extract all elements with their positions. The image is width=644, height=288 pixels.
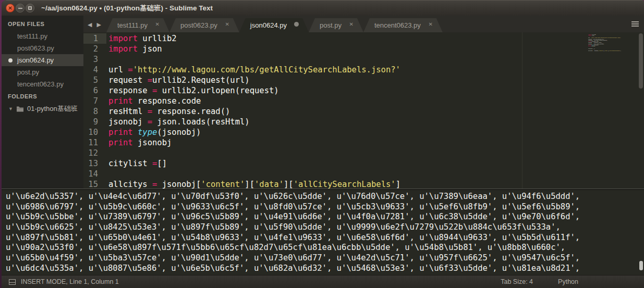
tab-bar: ◀ ▶ test111.py✕post0623.py✕json0624.py✕p…	[83, 16, 644, 32]
maximize-glyph	[28, 6, 32, 10]
code-token: request	[108, 76, 148, 85]
code-line-11: print jsonobj	[108, 137, 634, 148]
tab-label: json0624.py	[250, 21, 287, 29]
minimize-window-icon[interactable]	[16, 4, 25, 12]
syntax-status[interactable]: Python	[558, 278, 578, 285]
tab-close-icon[interactable]: ✕	[225, 21, 229, 27]
folders-header: FOLDERS	[2, 90, 83, 103]
code-token: jsonobj	[133, 138, 172, 147]
line-number: 3	[83, 54, 106, 65]
sidebar-file-label: test111.py	[17, 32, 47, 40]
code-token: json	[591, 35, 594, 36]
editor-column: ◀ ▶ test111.py✕post0623.py✕json0624.py✕p…	[83, 16, 644, 189]
status-right: Tab Size: 4 Python	[501, 278, 644, 285]
code-line-14	[108, 169, 634, 179]
tab-close-icon[interactable]: ✕	[428, 21, 432, 27]
code-token: print	[108, 96, 133, 106]
code-token: 'data'	[254, 180, 284, 189]
line-number: 9	[83, 117, 106, 127]
cursor-position-status: INSERT MODE, Line 1, Column 1	[21, 278, 119, 285]
window-controls: ✕	[2, 4, 34, 12]
line-number: 10	[83, 127, 106, 137]
tab-size-status[interactable]: Tab Size: 4	[501, 278, 533, 285]
folder-name: 01-python基础班	[27, 104, 78, 114]
minimap[interactable]: import urllib2import jsonurl ='http://ww…	[588, 34, 626, 52]
line-number: 8	[83, 106, 106, 117]
console-line: u'\u897f\u5b81', u'\u65b0\u4e61', u'\u54…	[6, 233, 644, 243]
line-number: 1	[83, 33, 106, 44]
editor-scrollbar[interactable]	[639, 33, 643, 89]
code-token: import	[108, 44, 138, 54]
console-line: u'\u90a2\u53f0', u'\u6e58\u897f\u571f\u5…	[6, 243, 644, 253]
title-bar[interactable]: ✕ ~/aa/json0624.py • (01-python基础班) - Su…	[2, 0, 644, 16]
line-number: 11	[83, 137, 106, 148]
overflow-menu-icon[interactable]	[631, 21, 639, 27]
code-token: jsonobj	[591, 46, 595, 47]
sidebar-file-test111.py[interactable]: test111.py	[2, 30, 83, 42]
tab-label: test111.py	[117, 21, 148, 29]
code-token: type	[138, 128, 157, 137]
code-token: print	[108, 128, 133, 137]
tab-test111.py[interactable]: test111.py✕	[106, 18, 169, 32]
code-line-9: jsonobj = json.loads(resHtml)	[108, 117, 634, 127]
open-files-header: OPEN FILES	[2, 18, 83, 30]
folder-expand-triangle-icon[interactable]: ▼	[8, 106, 13, 111]
sublime-text-window: ✕ ~/aa/json0624.py • (01-python基础班) - Su…	[2, 0, 644, 288]
code-token: urllib2.urlopen(request)	[157, 86, 278, 95]
code-editor[interactable]: 123456789101112131415 import urllib2impo…	[83, 32, 644, 189]
code-token: []	[157, 159, 167, 168]
code-token: =	[152, 86, 157, 95]
code-pane[interactable]: import urllib2import jsonurl ='http://ww…	[108, 33, 634, 189]
code-token: =	[148, 117, 152, 127]
tab-label: post0623.py	[180, 21, 217, 29]
code-token: 'http://www.lagou.com/lbs/getAllCitySear…	[133, 65, 400, 74]
window-title: ~/aa/json0624.py • (01-python基础班) - Subl…	[41, 4, 213, 13]
sidebar-folder-item[interactable]: ▼ 01-python基础班	[2, 103, 83, 115]
panel-toggle-icon[interactable]	[9, 279, 16, 285]
sidebar-file-post.py[interactable]: post.py	[2, 66, 83, 78]
code-line-5: request =urllib2.Request(url)	[108, 75, 634, 85]
line-number: 7	[83, 96, 106, 106]
build-output-panel[interactable]: u'\u6e2d\u5357', u'\u4e4c\u6d77', u'\u70…	[2, 189, 644, 275]
sidebar-file-label: json0624.py	[17, 56, 54, 64]
sidebar-file-label: post0623.py	[17, 44, 54, 52]
code-line-7: print response.code	[108, 96, 634, 106]
sidebar-file-label: post.py	[17, 68, 39, 76]
console-line: u'\u6e2d\u5357', u'\u4e4c\u6d77', u'\u70…	[6, 192, 644, 202]
code-token: citylist	[588, 48, 593, 49]
maximize-window-icon[interactable]	[26, 4, 34, 12]
code-token: =	[152, 159, 157, 168]
code-line-13: citylist =[]	[108, 158, 634, 169]
open-files-list: test111.pypost0623.pyjson0624.pypost.pyt…	[2, 30, 83, 90]
code-token: urllib2	[138, 34, 177, 43]
code-line-15: allcitys = jsonobj['content']['data']['a…	[588, 50, 626, 51]
next-tab-arrow-icon[interactable]: ▶	[96, 21, 101, 28]
console-line: u'\u5b9c\u5bbe', u'\u7389\u6797', u'\u96…	[6, 212, 644, 222]
line-number: 6	[83, 85, 106, 96]
line-number: 5	[83, 75, 106, 85]
code-token: []	[593, 48, 594, 49]
status-bar: INSERT MODE, Line 1, Column 1 Tab Size: …	[2, 275, 644, 288]
code-token: 'allCitySearchLabels'	[609, 50, 621, 51]
sidebar-file-json0624.py[interactable]: json0624.py	[2, 54, 83, 66]
tab-close-icon[interactable]: ✕	[155, 21, 160, 27]
code-token: =	[128, 65, 132, 74]
code-line-8: resHtml = response.read()	[108, 106, 634, 117]
console-scrollbar[interactable]	[639, 261, 643, 270]
prev-tab-arrow-icon[interactable]: ◀	[88, 21, 92, 28]
code-token: (jsonobj)	[157, 128, 201, 137]
code-token: =	[148, 107, 152, 116]
active-file-bullet-icon	[8, 58, 13, 62]
code-token: ]	[621, 50, 621, 51]
tab-json0624.py[interactable]: json0624.py✕	[239, 18, 309, 32]
code-token: urllib2.Request(url)	[152, 76, 250, 85]
close-window-icon[interactable]: ✕	[6, 4, 15, 12]
code-token: print	[108, 138, 133, 147]
sidebar-file-post0623.py[interactable]: post0623.py	[2, 42, 83, 54]
tab-tencent0623.py[interactable]: tencent0623.py✕	[363, 18, 443, 32]
tab-post0623.py[interactable]: post0623.py✕	[169, 18, 239, 32]
tab-close-icon[interactable]: ✕	[349, 21, 354, 27]
code-token: citylist	[108, 159, 152, 168]
tab-post.py[interactable]: post.py✕	[309, 18, 363, 32]
sidebar-file-tencent0623.py[interactable]: tencent0623.py	[2, 78, 83, 90]
